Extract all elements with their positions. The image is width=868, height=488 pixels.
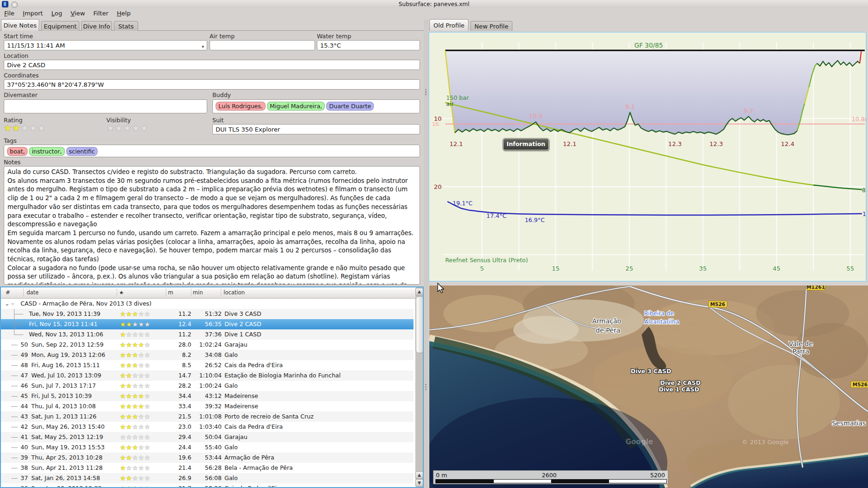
svg-text:45: 45: [773, 265, 781, 272]
star-empty-icon: ★: [132, 454, 138, 461]
dive-location: Dive 1 CASD: [224, 331, 261, 338]
dive-list-header[interactable]: #date★mminlocation: [1, 287, 423, 299]
column-header-depth[interactable]: m: [168, 289, 173, 296]
column-separator[interactable]: [191, 289, 191, 296]
menu-help[interactable]: Help: [112, 8, 135, 18]
visibility-stars[interactable]: ★★★★★: [106, 123, 148, 133]
menu-view[interactable]: View: [66, 8, 89, 18]
notes-field[interactable]: Aula do curso CASD. Transectos c/video e…: [4, 166, 420, 285]
dive-row-48[interactable]: 48Fri, Aug 16, 2013 15:11★★★★★8.526:52Ca…: [1, 360, 413, 370]
column-header-date[interactable]: date: [27, 289, 39, 296]
dive-location: Porto de recreio de Santa Cruz: [224, 413, 314, 420]
dive-location-map[interactable]: Google© 2013 GoogleArmaçãode PêraRibeira…: [429, 286, 868, 488]
dive-date: Fri, Jul 5, 2013 10:39: [31, 392, 92, 399]
scroll-down-button[interactable]: ▼: [415, 479, 423, 487]
menu-log[interactable]: Log: [47, 8, 66, 18]
dive-row-47[interactable]: 47Wed, Jul 10, 2013 13:09★★★★★14.71:10:0…: [1, 370, 413, 381]
pill-luísrodrigues[interactable]: Luís Rodrigues,: [216, 102, 266, 111]
star-filled-icon: ★: [120, 423, 126, 431]
dive-row-46[interactable]: 46Sun, Jul 7, 2013 17:17★★★★★28.21:00:24…: [1, 381, 413, 391]
dive-row-dive-2-casd[interactable]: Fri, Nov 15, 2013 11:41★★★★★12.456:35Div…: [1, 319, 413, 329]
dive-site-label: Dive 2 CASD: [660, 379, 701, 386]
dive-row-dive-3-casd[interactable]: Tue, Nov 19, 2013 11:39★★★★★11.251:32Div…: [1, 309, 413, 319]
tab-equipment[interactable]: Equipment: [41, 21, 79, 31]
tab-old-profile[interactable]: Old Profile: [429, 19, 469, 31]
star-filled-icon: ★: [120, 331, 126, 338]
column-separator[interactable]: [23, 289, 24, 296]
map-label-sesmarias: Sesmarias: [832, 419, 866, 427]
dive-row-45[interactable]: 45Fri, Jul 5, 2013 10:39★★★★★34.443:12Ma…: [1, 391, 413, 401]
pill-duarteduarte[interactable]: Duarte Duarte: [326, 102, 374, 111]
dive-rating: ★★★★★: [120, 310, 150, 318]
dive-depth: 26.9: [168, 474, 191, 481]
dive-date: Sat, Jun 1, 2013 11:26: [31, 413, 97, 420]
star-empty-icon: ★: [138, 485, 144, 488]
dive-location: Armação de Pêra: [224, 454, 274, 461]
dive-row-44[interactable]: 44Thu, Jul 4, 2013 10:08★★★★★33.439:32Ma…: [1, 401, 413, 411]
coordinates-field[interactable]: 37°05'23.460"N 8°20'47.879"W: [4, 79, 420, 90]
dive-row-37[interactable]: 37Sat, Jan 26, 2013 14:58★★★★★26.956:08G…: [1, 473, 413, 483]
divemaster-field[interactable]: [4, 99, 207, 113]
dive-list-scrollbar-thumb[interactable]: [416, 296, 424, 353]
star-empty-icon: ★: [138, 372, 144, 379]
svg-text:12.1: 12.1: [563, 140, 576, 147]
rating-stars[interactable]: ★★★★★: [4, 123, 46, 133]
dive-row-39[interactable]: 39Thu, Apr 25, 2013 10:28★★★★★19.653:44A…: [1, 453, 413, 463]
column-separator[interactable]: [221, 289, 221, 296]
location-field[interactable]: Dive 2 CASD: [4, 60, 420, 70]
column-header-stars[interactable]: ★: [119, 289, 124, 296]
air-temp-field[interactable]: [210, 40, 315, 50]
pill-boat[interactable]: boat,: [7, 147, 28, 156]
pill-miguelmadureira[interactable]: Miguel Madureira,: [267, 102, 325, 111]
dive-row-38[interactable]: 38Sun, Apr 21, 2013 11:28★★★★★21.456:28B…: [1, 463, 413, 473]
collapse-chevron-icon[interactable]: ⌄: [5, 300, 9, 307]
dive-rating: ★★★★★: [120, 372, 150, 379]
dive-row-41[interactable]: 41Sat, May 25, 2013 12:19★★★★★29.450:04G…: [1, 432, 413, 442]
svg-text:20: 20: [434, 183, 442, 190]
menu-file[interactable]: File: [0, 8, 19, 18]
scroll-up-button[interactable]: ▲: [415, 288, 423, 295]
tags-field[interactable]: boat,instructor,scientific: [4, 145, 420, 157]
dive-row-42[interactable]: 42Sun, May 26, 2013 15:40★★★★★23.01:03:4…: [1, 422, 413, 432]
svg-text:55: 55: [847, 265, 854, 272]
trip-group-row[interactable]: ⌄–CASD - Armação de Pêra, Nov 2013 (3 di…: [1, 299, 413, 309]
vertical-splitter[interactable]: [424, 20, 428, 488]
menu-filter[interactable]: Filter: [89, 8, 112, 18]
buddy-field[interactable]: Luís Rodrigues,Miguel Madureira,Duarte D…: [212, 99, 420, 113]
column-header-location[interactable]: location: [224, 289, 245, 296]
water-temp-field[interactable]: 15.3°C: [317, 40, 420, 50]
pill-scientific[interactable]: scientific: [66, 147, 98, 156]
star-filled-icon: ★: [138, 341, 144, 349]
menu-import[interactable]: Import: [19, 8, 47, 18]
dive-depth: 11.2: [168, 331, 191, 338]
dive-row-36[interactable]: 36Sun, Jan 20, 2013 12:33★★★★★21.758:36C…: [1, 483, 413, 488]
tab-dive-notes[interactable]: Dive Notes: [1, 19, 39, 31]
dive-row-dive-1-casd[interactable]: Wed, Nov 13, 2013 11:06★★★★★11.237:36Div…: [1, 329, 413, 340]
pill-instructor[interactable]: instructor,: [29, 147, 64, 156]
star-empty-icon: ★: [132, 382, 138, 390]
dive-number: 45: [14, 392, 28, 399]
column-header-duration[interactable]: min: [193, 289, 203, 296]
star-filled-icon: ★: [126, 444, 132, 451]
dive-number: 47: [14, 372, 28, 379]
dive-row-50[interactable]: 50Sun, Sep 22, 2013 12:59★★★★★28.01:02:2…: [1, 340, 413, 350]
suit-field[interactable]: DUI TLS 350 Explorer: [212, 124, 420, 134]
star-empty-icon: ★: [138, 310, 144, 318]
star-filled-icon: ★: [132, 413, 138, 420]
column-header-num[interactable]: #: [6, 289, 10, 296]
dive-number: 37: [14, 474, 28, 481]
tab-new-profile[interactable]: New Profile: [470, 21, 512, 31]
tab-dive-info[interactable]: Dive Info: [81, 21, 112, 31]
information-button[interactable]: Information: [503, 139, 549, 150]
dive-row-40[interactable]: 40Sun, May 19, 2013 15:53★★★★★24.455:40G…: [1, 442, 413, 453]
star-filled-icon: ★: [126, 310, 132, 318]
tab-stats[interactable]: Stats: [114, 21, 138, 31]
dive-row-49[interactable]: 49Mon, Aug 19, 2013 12:06★★★★★8.234:08Ga…: [1, 350, 413, 360]
dive-rating: ★★★★★: [120, 392, 150, 400]
coordinates-label: Coordinates: [4, 72, 39, 79]
column-separator[interactable]: [166, 289, 166, 296]
scroll-up-button-2[interactable]: ▲: [415, 471, 423, 479]
dive-row-43[interactable]: 43Sat, Jun 1, 2013 11:26★★★★★21.51:01:08…: [1, 411, 413, 422]
column-separator[interactable]: [117, 289, 117, 296]
start-time-combo[interactable]: 11/15/13 11:41 AM▾: [4, 40, 207, 50]
